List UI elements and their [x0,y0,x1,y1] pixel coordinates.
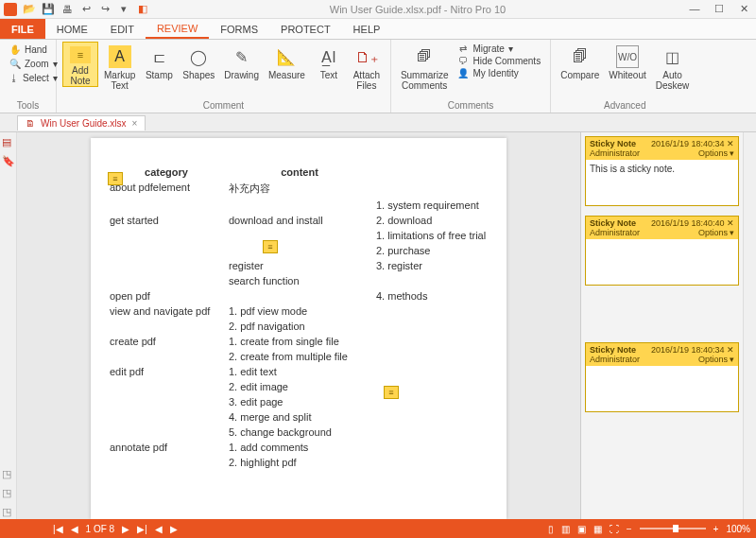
next-page-button[interactable]: ▶ [122,524,129,534]
maximize-button[interactable]: ☐ [711,3,728,15]
prev-page-button[interactable]: ◀ [71,524,78,534]
table-cell [376,182,537,196]
title-bar: 📂 💾 🖶 ↩ ↪ ▾ ◧ Win User Guide.xlsx.pdf - … [0,0,756,19]
whiteout-button[interactable]: W/OWhiteout [605,42,649,80]
sticky-options[interactable]: Options [698,355,734,364]
sticky-body[interactable] [586,366,738,411]
qat-dropdown-icon[interactable]: ▾ [117,3,130,16]
table-cell: open pdf [110,290,223,302]
zoom-slider[interactable] [640,528,706,529]
table-cell [376,411,537,423]
add-note-button[interactable]: ≡Add Note [62,42,98,87]
table-cell: 2. purchase [376,245,537,256]
drawing-button[interactable]: ✎Drawing [220,42,263,80]
my-identity-button[interactable]: 👤My Identity [457,68,541,78]
bookmarks-panel-icon[interactable]: 🔖 [2,155,15,168]
view-facing-icon[interactable]: ▣ [577,524,586,534]
save-icon[interactable]: 💾 [42,3,55,16]
migrate-button[interactable]: ⇄Migrate ▾ [457,43,541,54]
open-icon[interactable]: 📂 [23,3,36,16]
tab-file[interactable]: FILE [0,19,45,39]
view-single-icon[interactable]: ▯ [548,524,554,534]
view-contfacing-icon[interactable]: ▦ [593,524,602,534]
document-tab[interactable]: 🗎 Win User Guide.xlsx × [17,115,146,130]
group-advanced-label: Advanced [557,100,693,113]
sticky-title: Sticky Note [590,218,636,228]
last-page-button[interactable]: ▶| [137,524,147,534]
attach-files-button[interactable]: 🗋₊Attach Files [349,42,385,91]
table-cell: get started [110,215,223,226]
pdf-page: ≡ ≡ ≡ category content about pdfelement补… [91,138,507,519]
sticky-note[interactable]: Sticky Note2016/1/19 18:40:40 ✕Administr… [585,216,739,286]
view-fullscreen-icon[interactable]: ⛶ [610,524,619,534]
measure-button[interactable]: 📐Measure [265,42,309,80]
rail-icon-b[interactable]: ◳ [2,487,15,500]
sticky-body[interactable]: This is a sticky note. [586,160,738,205]
table-cell: download and install [229,215,370,226]
close-tab-icon[interactable]: × [132,118,138,129]
rail-icon-c[interactable]: ◳ [2,506,15,519]
minimize-button[interactable]: — [686,3,703,15]
sticky-date: 2016/1/19 18:40:40 ✕ [651,218,734,228]
tab-home[interactable]: HOME [45,19,99,39]
table-cell: 4. merge and split [229,411,370,423]
table-cell: 2. create from multiple file [229,351,370,362]
table-cell: 2. highlight pdf [229,457,370,468]
sticky-options[interactable]: Options [698,228,734,237]
undo-icon[interactable]: ↩ [79,3,93,16]
sticky-title: Sticky Note [590,139,636,148]
sticky-title: Sticky Note [590,345,636,355]
note-icon: ≡ [70,46,91,63]
markup-text-button[interactable]: AMarkup Text [100,42,139,91]
summarize-comments-button[interactable]: 🗊Summarize Comments [397,42,453,91]
prev-view-button[interactable]: ◀ [155,524,163,534]
zoom-out-button[interactable]: − [627,524,632,534]
tab-review[interactable]: REVIEW [146,19,209,39]
sticky-note-marker-2[interactable]: ≡ [263,240,278,253]
main-area: ▤ 🔖 ◳ ◳ ◳ ≡ ≡ ≡ category content about p… [0,132,756,519]
shapes-button[interactable]: ◯Shapes [179,42,218,80]
table-cell: register [229,260,370,271]
measure-icon: 📐 [275,45,298,68]
sticky-note[interactable]: Sticky Note2016/1/19 18:40:34 ✕Administr… [585,136,739,206]
table-cell: 1. system requirement [376,200,537,211]
text-button[interactable]: A̲IText [311,42,347,80]
summarize-icon: 🗊 [413,45,436,68]
rail-icon-a[interactable]: ◳ [2,468,15,481]
auto-deskew-button[interactable]: ◫Auto Deskew [652,42,694,91]
window-title: Win User Guide.xlsx.pdf - Nitro Pro 10 [149,4,686,15]
markup-icon: A [109,45,131,68]
tool-zoom[interactable]: 🔍Zoom ▾ [9,58,46,70]
next-view-button[interactable]: ▶ [170,524,178,534]
table-cell: 1. limitations of free trial [376,230,537,241]
hide-icon: 🗩 [457,56,469,66]
tab-forms[interactable]: FORMS [209,19,269,39]
sticky-note[interactable]: Sticky Note2016/1/19 18:40:34 ✕Administr… [585,342,739,412]
document-viewport[interactable]: ≡ ≡ ≡ category content about pdfelement补… [17,132,580,519]
compare-button[interactable]: 🗐Compare [557,42,603,80]
tool-select[interactable]: ⭳Select ▾ [9,72,46,84]
tab-edit[interactable]: EDIT [99,19,146,39]
sticky-note-marker-1[interactable]: ≡ [108,172,123,185]
pages-panel-icon[interactable]: ▤ [2,136,15,149]
tool-hand[interactable]: ✋Hand [9,43,46,56]
document-tab-label: Win User Guide.xlsx [41,118,127,129]
status-bar: |◀ ◀ 1 OF 8 ▶ ▶| ◀ ▶ ▯ ▥ ▣ ▦ ⛶ − + 100% [0,519,756,538]
first-page-button[interactable]: |◀ [53,524,63,534]
app-badge-icon: ◧ [136,3,149,16]
col-category: category [110,166,223,178]
zoom-in-button[interactable]: + [713,524,719,534]
hide-comments-button[interactable]: 🗩Hide Comments [457,56,541,66]
stamp-button[interactable]: ⊏Stamp [141,42,177,80]
tab-protect[interactable]: PROTECT [269,19,342,39]
print-icon[interactable]: 🖶 [60,3,74,16]
sticky-options[interactable]: Options [698,148,734,158]
close-button[interactable]: ✕ [735,3,752,15]
table-cell: 3. edit page [229,396,370,408]
sticky-body[interactable] [586,239,738,285]
sticky-note-marker-3[interactable]: ≡ [384,386,399,399]
redo-icon[interactable]: ↪ [98,3,112,16]
view-continuous-icon[interactable]: ▥ [561,524,570,534]
tab-help[interactable]: HELP [342,19,392,39]
vertical-scrollbar[interactable] [743,132,756,519]
